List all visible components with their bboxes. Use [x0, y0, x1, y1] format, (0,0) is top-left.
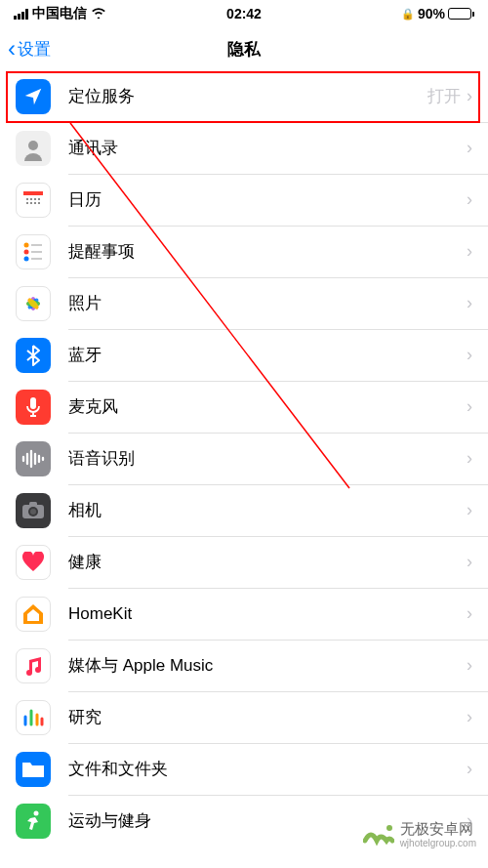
- signal-icon: [14, 9, 28, 20]
- battery-pct: 90%: [418, 6, 445, 21]
- svg-point-12: [24, 249, 29, 254]
- battery-icon: [448, 8, 474, 20]
- row-speech-recognition[interactable]: 语音识别 ›: [0, 433, 488, 484]
- row-camera[interactable]: 相机 ›: [0, 484, 488, 536]
- row-reminders[interactable]: 提醒事项 ›: [0, 226, 488, 277]
- svg-rect-1: [23, 191, 43, 195]
- nav-bar: ‹ 设置 隐私: [0, 27, 488, 70]
- row-label: 照片: [68, 292, 467, 314]
- row-photos[interactable]: 照片 ›: [0, 277, 488, 329]
- status-bar: 中国电信 02:42 🔒 90%: [0, 0, 488, 27]
- row-label: 语音识别: [68, 447, 467, 470]
- svg-rect-14: [31, 244, 42, 246]
- row-label: 媒体与 Apple Music: [68, 654, 467, 677]
- svg-point-3: [26, 198, 28, 200]
- svg-rect-16: [31, 258, 42, 260]
- row-value: 打开: [427, 85, 461, 107]
- status-right: 🔒 90%: [401, 6, 474, 21]
- chevron-right-icon: ›: [467, 86, 472, 106]
- chevron-right-icon: ›: [467, 759, 472, 779]
- row-microphone[interactable]: 麦克风 ›: [0, 381, 488, 433]
- home-icon: [16, 597, 51, 632]
- waveform-icon: [16, 441, 51, 476]
- row-files-folders[interactable]: 文件和文件夹 ›: [0, 743, 488, 795]
- heart-icon: [16, 545, 51, 580]
- svg-point-13: [24, 256, 29, 261]
- svg-point-38: [34, 810, 39, 815]
- svg-rect-23: [30, 397, 36, 409]
- row-media-music[interactable]: 媒体与 Apple Music ›: [0, 640, 488, 691]
- row-location-services[interactable]: 定位服务 打开 ›: [0, 70, 488, 122]
- row-research[interactable]: 研究 ›: [0, 691, 488, 743]
- chevron-right-icon: ›: [467, 655, 472, 676]
- row-label: 麦克风: [68, 395, 467, 418]
- chevron-left-icon: ‹: [8, 37, 16, 61]
- svg-rect-15: [31, 251, 42, 253]
- svg-point-0: [28, 141, 38, 150]
- row-bluetooth[interactable]: 蓝牙 ›: [0, 329, 488, 381]
- svg-point-8: [30, 202, 32, 204]
- folder-icon: [16, 752, 51, 787]
- row-label: 定位服务: [68, 85, 427, 107]
- row-label: 文件和文件夹: [68, 758, 467, 780]
- row-label: 提醒事项: [68, 240, 467, 263]
- watermark-title: 无极安卓网: [400, 821, 476, 838]
- watermark-url: wjhotelgroup.com: [400, 838, 476, 848]
- row-label: 通讯录: [68, 137, 467, 159]
- row-label: 研究: [68, 706, 467, 728]
- row-health[interactable]: 健康 ›: [0, 536, 488, 588]
- status-time: 02:42: [226, 6, 262, 21]
- chevron-right-icon: ›: [467, 396, 472, 417]
- chevron-right-icon: ›: [467, 293, 472, 313]
- svg-point-32: [30, 509, 36, 515]
- wifi-icon: [91, 6, 106, 21]
- row-label: 日历: [68, 188, 467, 211]
- calendar-icon: [16, 183, 51, 218]
- chevron-right-icon: ›: [467, 189, 472, 210]
- watermark: 无极安卓网 wjhotelgroup.com: [363, 819, 476, 850]
- photos-icon: [16, 286, 51, 321]
- svg-point-9: [34, 202, 36, 204]
- chevron-right-icon: ›: [467, 138, 472, 158]
- row-label: 蓝牙: [68, 344, 467, 366]
- svg-point-7: [26, 202, 28, 204]
- location-icon: [16, 79, 51, 114]
- bluetooth-icon: [16, 338, 51, 373]
- row-calendar[interactable]: 日历 ›: [0, 174, 488, 226]
- carrier-label: 中国电信: [32, 5, 87, 22]
- page-title: 隐私: [227, 38, 261, 61]
- chevron-right-icon: ›: [467, 500, 472, 520]
- svg-point-11: [24, 242, 29, 247]
- back-label: 设置: [18, 38, 51, 61]
- chevron-right-icon: ›: [467, 345, 472, 365]
- svg-rect-33: [29, 502, 37, 506]
- svg-point-40: [386, 825, 392, 831]
- chevron-right-icon: ›: [467, 241, 472, 262]
- music-icon: [16, 648, 51, 683]
- watermark-logo-icon: [363, 819, 394, 850]
- research-icon: [16, 700, 51, 735]
- reminders-icon: [16, 234, 51, 269]
- chevron-right-icon: ›: [467, 448, 472, 469]
- orientation-lock-icon: 🔒: [401, 8, 415, 21]
- status-left: 中国电信: [14, 5, 106, 22]
- svg-point-4: [30, 198, 32, 200]
- row-label: 相机: [68, 499, 467, 521]
- settings-list: 定位服务 打开 › 通讯录 › 日历 › 提醒事项 › 照片 › 蓝牙: [0, 70, 488, 847]
- chevron-right-icon: ›: [467, 603, 472, 624]
- row-label: 健康: [68, 551, 467, 573]
- svg-rect-2: [23, 195, 43, 209]
- fitness-icon: [16, 804, 51, 839]
- chevron-right-icon: ›: [467, 552, 472, 572]
- chevron-right-icon: ›: [467, 707, 472, 727]
- back-button[interactable]: ‹ 设置: [8, 37, 51, 61]
- svg-point-6: [38, 198, 40, 200]
- contacts-icon: [16, 131, 51, 166]
- row-contacts[interactable]: 通讯录 ›: [0, 122, 488, 174]
- row-label: HomeKit: [68, 604, 467, 624]
- row-homekit[interactable]: HomeKit ›: [0, 588, 488, 640]
- microphone-icon: [16, 390, 51, 425]
- camera-icon: [16, 493, 51, 528]
- svg-point-5: [34, 198, 36, 200]
- svg-point-10: [38, 202, 40, 204]
